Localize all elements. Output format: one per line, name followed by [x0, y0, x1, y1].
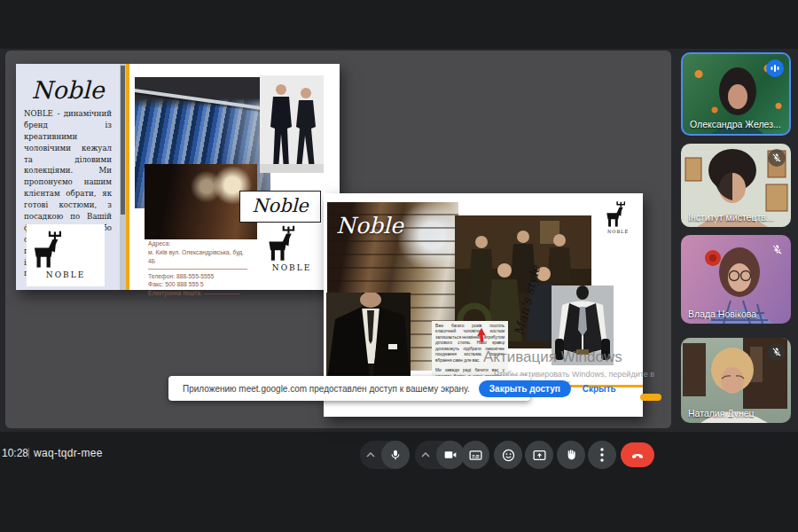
camera-control-group — [415, 441, 465, 469]
participant-name: Олександра Желез... — [690, 119, 781, 129]
present-screen-button[interactable] — [525, 441, 553, 469]
camera-options-chevron[interactable] — [415, 452, 436, 458]
audio-indicator-icon — [766, 59, 784, 77]
more-options-icon — [600, 448, 604, 462]
contact-fax: Факс: 500 888 555 5 — [148, 280, 247, 289]
two-men-illustration — [260, 75, 324, 173]
reactions-icon — [501, 448, 516, 463]
raise-hand-button[interactable] — [557, 441, 585, 469]
slide1-brand-title: Noble — [16, 76, 120, 104]
slide1-framed-logo: Noble — [239, 191, 321, 223]
arrow-up-icon — [476, 328, 487, 342]
reactions-button[interactable] — [494, 441, 522, 469]
participant-name: Влада Новікова — [688, 309, 756, 319]
participant-tile-4[interactable]: Наталия Дунец — [681, 338, 791, 423]
photo-man-in-suit — [326, 293, 411, 387]
mic-options-chevron[interactable] — [360, 452, 381, 458]
participant-tile-3[interactable]: Влада Новікова — [681, 235, 791, 324]
mic-button[interactable] — [381, 441, 410, 469]
logo-caption: NOBLE — [602, 229, 634, 234]
contact-email: Електронна пошта: —————— — [148, 289, 247, 298]
slide1-panel-logo: NOBLE — [27, 224, 105, 286]
presentation-window-1: Noble NOBLE - динамічний бренд із креати… — [16, 64, 340, 290]
logo-caption: NOBLE — [27, 270, 105, 279]
slide1-contact-block: Адреса: м. Київ вул. Олександрівська, бу… — [148, 239, 247, 298]
mic-off-icon — [768, 149, 786, 167]
clothes-rail — [135, 88, 270, 113]
contact-phone: Телефон: 888-555-5555 — [148, 272, 247, 281]
meeting-code: waq-tqdr-mee — [34, 447, 103, 459]
screen-share-notification: Приложению meet.google.com предоставлен … — [168, 376, 530, 401]
chevron-up-icon — [366, 452, 375, 458]
divider — [28, 448, 29, 458]
deer-logo-icon — [262, 224, 295, 263]
slide1-deer-logo: NOBLE — [262, 224, 322, 279]
triangle-mark: ▲ — [148, 227, 156, 236]
scrollbar-thumb[interactable] — [121, 66, 125, 215]
participant-name: Наталия Дунец — [688, 408, 755, 419]
shared-screen-stage: Noble NOBLE - динамічний бренд із креати… — [5, 51, 671, 428]
orange-line-end — [640, 394, 661, 401]
camera-icon — [443, 448, 458, 462]
deer-logo-icon — [27, 230, 62, 270]
slide2-brand-title: Noble — [336, 213, 403, 239]
chevron-up-icon — [421, 452, 430, 458]
slide1-yellow-stripe — [126, 64, 129, 290]
logo-caption: NOBLE — [262, 263, 322, 272]
captions-button[interactable] — [461, 441, 489, 469]
stop-sharing-button[interactable]: Закрыть доступ — [479, 380, 571, 397]
mic-off-icon — [768, 240, 786, 258]
participant-tile-1[interactable]: Олександра Желез... — [681, 52, 791, 136]
meeting-time: 10:28 — [2, 447, 28, 459]
google-meet-window: Noble NOBLE - динамічний бренд із креати… — [0, 0, 798, 532]
deer-logo-icon — [602, 200, 625, 229]
mic-icon — [388, 448, 403, 462]
mic-control-group — [360, 441, 410, 469]
more-options-button[interactable] — [588, 441, 616, 469]
end-call-button[interactable] — [621, 442, 654, 467]
end-call-icon — [630, 447, 645, 463]
windows-activation-title: Активация Windows — [483, 348, 622, 366]
hide-notification-link[interactable]: Скрыть — [583, 384, 616, 394]
contact-address-label: Адреса: — [148, 239, 247, 248]
contact-address: м. Київ вул. Олександрівська, буд. 4Б — [148, 248, 247, 266]
participant-name: Інститут мистецтв... — [688, 212, 774, 223]
man-suit-illustration — [326, 293, 411, 387]
slide2-deer-logo: NOBLE — [602, 200, 634, 241]
divider — [148, 269, 247, 270]
notification-text: Приложению meet.google.com предоставлен … — [183, 384, 470, 394]
slide1-scrollbar[interactable] — [120, 64, 126, 290]
mic-off-icon — [768, 343, 786, 361]
photo-two-men-suits — [260, 75, 324, 173]
present-screen-icon — [532, 448, 547, 463]
raise-hand-icon — [564, 448, 578, 462]
participant-tile-2[interactable]: Інститут мистецтв... — [681, 144, 791, 227]
slide1-left-panel: Noble NOBLE - динамічний бренд із креати… — [16, 64, 120, 290]
captions-icon — [468, 448, 483, 463]
